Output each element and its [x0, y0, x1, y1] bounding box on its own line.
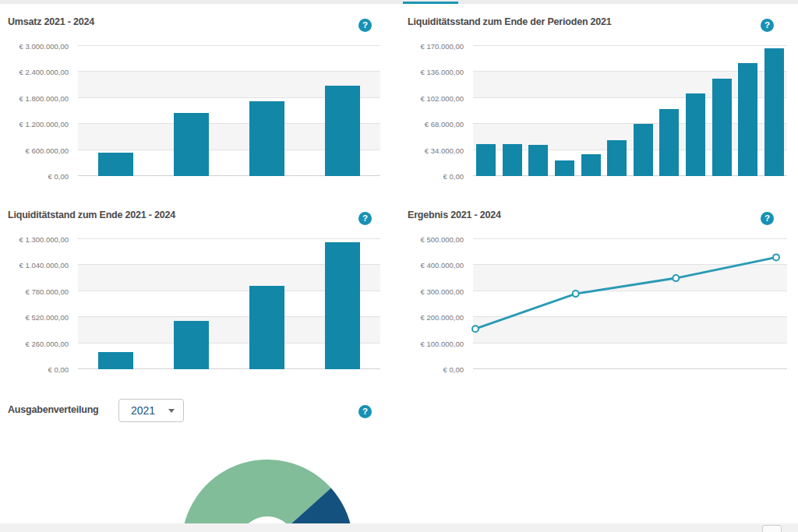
y-axis: € 1.300.000,00€ 1.040.000,00€ 780.000,00… [8, 239, 73, 369]
y-axis-tick-label: € 1.800.000,00 [19, 93, 69, 102]
bar-P3[interactable] [528, 145, 548, 176]
y-axis-tick-label: € 520.000,00 [26, 313, 69, 322]
y-axis-tick-label: € 1.200.000,00 [19, 120, 69, 129]
gridline [78, 238, 380, 239]
line-path [475, 257, 776, 329]
y-axis-tick-label: € 34.000,00 [425, 146, 464, 154]
chart-card-liquiditaetstand-jahre: Liquiditätstand zum Ende 2021 - 2024 € 1… [8, 207, 380, 386]
chart-card-umsatz: Umsatz 2021 - 2024 € 3.000.000,00€ 2.400… [8, 14, 380, 193]
help-icon[interactable]: ? [761, 19, 774, 32]
section-title-ausgabenverteilung: Ausgabenverteilung [8, 404, 99, 415]
bar-2023[interactable] [249, 286, 284, 369]
chart-title: Liquiditätsstand zum Ende der Perioden 2… [408, 14, 787, 27]
bar-P11[interactable] [738, 63, 757, 176]
active-tab-indicator [403, 2, 458, 4]
bar-P6[interactable] [607, 140, 627, 176]
data-point-2023[interactable] [673, 275, 679, 281]
plot-canvas [473, 239, 787, 369]
y-axis-tick-label: € 68.000,00 [425, 120, 464, 129]
y-axis-tick-label: € 200.000,00 [421, 313, 464, 322]
bar-2024[interactable] [325, 242, 360, 369]
bar-P2[interactable] [503, 144, 522, 176]
chart-title: Liquiditätstand zum Ende 2021 - 2024 [8, 207, 380, 220]
line-series[interactable] [473, 239, 787, 369]
y-axis: € 3.000.000,00€ 2.400.000,00€ 1.800.000,… [8, 46, 73, 176]
bar-P1[interactable] [476, 144, 496, 176]
chart-title: Ergebnis 2021 - 2024 [408, 207, 787, 220]
chart-card-liquiditaetsstand-perioden: Liquiditätsstand zum Ende der Perioden 2… [408, 14, 787, 193]
data-point-2024[interactable] [773, 254, 779, 260]
bar-2021[interactable] [98, 153, 133, 176]
bottom-edge-bar [0, 523, 798, 532]
y-axis: € 500.000,00€ 400.000,00€ 300.000,00€ 20… [408, 239, 468, 369]
top-edge-bar [0, 0, 798, 4]
chart-plot-wrapper: € 170.000,00€ 136.000,00€ 102.000,00€ 68… [408, 46, 787, 176]
year-dropdown-value: 2021 [131, 404, 155, 417]
help-icon[interactable]: ? [761, 212, 774, 225]
bar-P8[interactable] [659, 109, 679, 176]
y-axis-tick-label: € 0,00 [48, 172, 69, 181]
bar-P4[interactable] [555, 160, 574, 176]
y-axis-tick-label: € 0,00 [443, 365, 464, 374]
y-axis-tick-label: € 300.000,00 [421, 287, 464, 295]
gridline [78, 45, 380, 46]
gridline [78, 71, 380, 72]
bar-2021[interactable] [98, 352, 133, 370]
bar-P5[interactable] [581, 154, 601, 177]
y-axis-tick-label: € 600.000,00 [26, 146, 69, 154]
bottom-right-partial-button[interactable] [762, 525, 782, 532]
data-point-2022[interactable] [573, 291, 579, 297]
chevron-down-icon [168, 409, 175, 413]
y-axis-tick-label: € 3.000.000,00 [19, 42, 69, 51]
help-icon[interactable]: ? [358, 405, 372, 418]
y-axis-tick-label: € 102.000,00 [421, 93, 464, 102]
chart-card-ergebnis: Ergebnis 2021 - 2024 € 500.000,00€ 400.0… [408, 207, 787, 386]
y-axis-tick-label: € 1.040.000,00 [19, 261, 69, 270]
y-axis-tick-label: € 170.000,00 [421, 42, 464, 51]
bar-P7[interactable] [634, 124, 653, 176]
bar-2022[interactable] [174, 321, 209, 369]
y-axis-tick-label: € 0,00 [443, 172, 464, 181]
y-axis-tick-label: € 500.000,00 [421, 235, 464, 244]
plot-canvas [473, 46, 787, 176]
data-point-2021[interactable] [472, 326, 478, 332]
plot-canvas [78, 239, 380, 369]
bar-2024[interactable] [325, 86, 360, 176]
bar-2022[interactable] [174, 113, 209, 176]
chart-plot-wrapper: € 1.300.000,00€ 1.040.000,00€ 780.000,00… [8, 239, 380, 369]
help-icon[interactable]: ? [358, 19, 372, 32]
bar-2023[interactable] [249, 101, 284, 176]
plot-canvas [78, 46, 380, 176]
y-axis-tick-label: € 100.000,00 [421, 339, 464, 347]
help-icon[interactable]: ? [358, 212, 372, 225]
y-axis-tick-label: € 260.000,00 [26, 339, 69, 347]
chart-plot-wrapper: € 3.000.000,00€ 2.400.000,00€ 1.800.000,… [8, 46, 380, 176]
bar-P12[interactable] [764, 48, 784, 176]
bar-P9[interactable] [686, 93, 705, 176]
y-axis-tick-label: € 780.000,00 [26, 287, 69, 295]
gridline [473, 45, 787, 46]
y-axis: € 170.000,00€ 136.000,00€ 102.000,00€ 68… [408, 46, 468, 176]
y-axis-tick-label: € 400.000,00 [421, 261, 464, 270]
y-axis-tick-label: € 136.000,00 [421, 68, 464, 76]
y-axis-tick-label: € 1.300.000,00 [19, 235, 69, 244]
y-axis-tick-label: € 2.400.000,00 [19, 68, 69, 76]
chart-plot-wrapper: € 500.000,00€ 400.000,00€ 300.000,00€ 20… [408, 239, 787, 369]
chart-title: Umsatz 2021 - 2024 [8, 14, 380, 27]
year-dropdown[interactable]: 2021 [118, 399, 184, 422]
bar-P10[interactable] [712, 79, 732, 176]
y-axis-tick-label: € 0,00 [48, 365, 69, 374]
donut-chart [182, 460, 353, 532]
